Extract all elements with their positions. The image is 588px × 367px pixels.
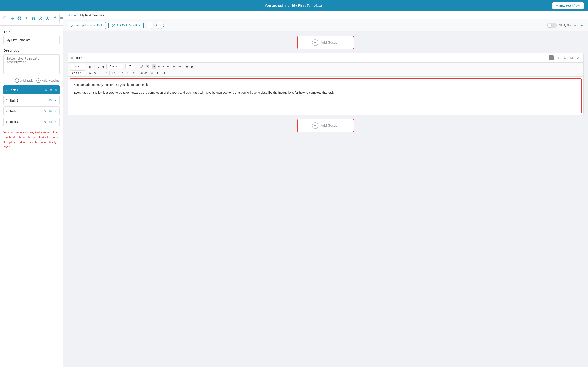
editor-header: ⠿ Text ⇧ ⇩ ⧉ ✕ bbox=[68, 53, 583, 63]
blockquote-button[interactable]: " bbox=[105, 71, 108, 75]
task-1-copy-button[interactable]: ⧉ bbox=[49, 88, 52, 92]
task-item-1[interactable]: ⠿ Task 1 ✎ ⧉ ✕ bbox=[3, 85, 60, 94]
editor-paragraph-2: Every task on the left is a step to be t… bbox=[74, 90, 578, 95]
add-heading-button[interactable]: + Add Heading bbox=[36, 78, 60, 83]
share-icon[interactable] bbox=[52, 17, 56, 20]
editor-duplicate-button[interactable]: ⧉ bbox=[569, 56, 574, 60]
remove-format-button[interactable]: T✕ bbox=[111, 71, 117, 75]
task-3-edit-button[interactable]: ✎ bbox=[44, 109, 47, 113]
task-2-delete-button[interactable]: ✕ bbox=[54, 98, 57, 103]
add-heading-plus-icon: + bbox=[36, 78, 41, 83]
strikethrough-button[interactable]: S bbox=[101, 64, 105, 69]
svg-rect-27 bbox=[164, 72, 166, 74]
set-due-button[interactable]: Set Task Due After bbox=[108, 22, 143, 29]
ordered-list-button[interactable] bbox=[184, 65, 189, 69]
task-4-delete-button[interactable]: ✕ bbox=[54, 119, 57, 124]
task-item-3[interactable]: ⠿ Task 3 ✎ ⧉ ✕ bbox=[3, 106, 60, 116]
menu-icon[interactable] bbox=[60, 14, 63, 23]
editor-color-swatch[interactable] bbox=[549, 56, 554, 60]
breadcrumb-home-link[interactable]: Home bbox=[68, 14, 76, 17]
add-section-bottom-button[interactable]: + Add Section bbox=[297, 119, 354, 132]
redo-button[interactable]: ↪ bbox=[125, 71, 129, 75]
undo-button[interactable]: ↩ bbox=[119, 71, 124, 75]
arrow-right-icon[interactable] bbox=[10, 17, 14, 20]
trash-icon[interactable] bbox=[32, 17, 35, 20]
editor-content-area[interactable]: You can add as many sections as you like… bbox=[70, 78, 582, 113]
insert-photo-button[interactable] bbox=[162, 71, 167, 75]
align-justify-button[interactable]: ≡ bbox=[166, 64, 170, 69]
description-textarea[interactable] bbox=[3, 54, 60, 74]
actions-bar: Assign Users to Task Set Task Due After … bbox=[63, 19, 588, 32]
task-4-actions: ✎ ⧉ ✕ bbox=[44, 119, 57, 124]
style-select[interactable]: Normal ▼ bbox=[70, 64, 85, 69]
unordered-list-button[interactable] bbox=[190, 65, 195, 69]
font-color-button[interactable]: A bbox=[88, 71, 92, 75]
editor-close-button[interactable]: ✕ bbox=[576, 55, 580, 60]
unlink-button[interactable] bbox=[145, 65, 150, 69]
font-select-arrow: ▼ bbox=[115, 65, 117, 67]
header-title: You are editing "My First Template" bbox=[265, 4, 324, 8]
font-size-arrow[interactable]: ▼ bbox=[135, 65, 137, 67]
collapse-icon[interactable]: ▲ bbox=[580, 23, 584, 27]
font-size-input[interactable] bbox=[126, 64, 134, 69]
toolbar-row-2: Styles ▼ A A — " T✕ ↩ ↪ bbox=[70, 70, 581, 75]
outdent-button[interactable]: ⇤ bbox=[172, 64, 177, 69]
rule-button[interactable]: — bbox=[100, 71, 104, 75]
right-content: + Add Section ⠿ Text ⇧ ⇩ ⧉ ✕ bbox=[63, 32, 588, 367]
print-icon[interactable] bbox=[17, 17, 21, 20]
assign-users-button[interactable]: Assign Users to Task bbox=[68, 22, 106, 29]
check-circle-icon[interactable] bbox=[38, 17, 43, 20]
task-list: ⠿ Task 1 ✎ ⧉ ✕ ⠿ Task 2 ✎ ⧉ ✕ bbox=[3, 85, 60, 126]
editor-title: Text bbox=[75, 56, 547, 60]
right-panel: Home / My First Template Assign Users to… bbox=[63, 11, 588, 367]
task-2-edit-button[interactable]: ✎ bbox=[44, 98, 47, 103]
underline-button[interactable]: U bbox=[96, 64, 101, 69]
more-button[interactable]: ▼ bbox=[155, 71, 160, 75]
editor-move-down-button[interactable]: ⇩ bbox=[563, 55, 567, 60]
svg-line-9 bbox=[54, 17, 55, 18]
title-input[interactable] bbox=[3, 36, 60, 44]
nav-prev-button[interactable] bbox=[146, 22, 154, 29]
minify-toggle[interactable] bbox=[547, 23, 557, 28]
tb-sep-7 bbox=[183, 64, 183, 69]
add-task-button[interactable]: + Add Task bbox=[15, 78, 33, 83]
task-1-delete-button[interactable]: ✕ bbox=[54, 88, 58, 92]
emoji-button[interactable]: ☺ bbox=[149, 71, 154, 75]
copy-icon[interactable] bbox=[3, 17, 8, 20]
task-4-copy-button[interactable]: ⧉ bbox=[49, 119, 52, 124]
bg-color-button[interactable]: A bbox=[93, 71, 97, 75]
nav-next-button[interactable] bbox=[156, 22, 164, 29]
add-task-plus-icon: + bbox=[15, 78, 19, 83]
upload-icon[interactable] bbox=[25, 17, 28, 20]
source-button[interactable]: Source bbox=[137, 71, 148, 75]
task-3-delete-button[interactable]: ✕ bbox=[54, 109, 57, 113]
svg-point-7 bbox=[55, 19, 56, 20]
hint-text: You can have as many tasks as you like. … bbox=[3, 130, 60, 150]
align-right-button[interactable]: ≡ bbox=[161, 64, 165, 69]
description-label: Description bbox=[3, 49, 60, 52]
insert-image-button[interactable] bbox=[132, 71, 136, 75]
task-3-copy-button[interactable]: ⧉ bbox=[49, 109, 52, 113]
new-workflow-button[interactable]: + New Workflow bbox=[552, 2, 584, 9]
add-section-top-button[interactable]: + Add Section bbox=[297, 36, 354, 49]
italic-button[interactable]: I bbox=[93, 64, 96, 69]
font-select[interactable]: Font ▼ bbox=[108, 64, 123, 69]
bold-button[interactable]: B bbox=[88, 64, 92, 69]
align-center-button[interactable]: ≡ bbox=[157, 64, 161, 69]
svg-point-24 bbox=[191, 67, 192, 67]
editor-drag-handle-icon: ⠿ bbox=[71, 56, 73, 59]
align-left-button[interactable]: ≡ bbox=[152, 64, 156, 69]
task-1-edit-button[interactable]: ✎ bbox=[44, 88, 47, 92]
svg-rect-0 bbox=[5, 18, 7, 20]
task-item-2[interactable]: ⠿ Task 2 ✎ ⧉ ✕ bbox=[3, 96, 60, 105]
clock-icon[interactable] bbox=[45, 17, 49, 20]
link-button[interactable] bbox=[139, 65, 144, 69]
svg-point-22 bbox=[191, 66, 192, 66]
styles-select[interactable]: Styles ▼ bbox=[70, 70, 85, 75]
add-task-row: + Add Task + Add Heading bbox=[3, 78, 60, 83]
task-4-edit-button[interactable]: ✎ bbox=[44, 119, 47, 124]
task-item-4[interactable]: ⠿ Task 4 ✎ ⧉ ✕ bbox=[3, 117, 60, 126]
task-2-copy-button[interactable]: ⧉ bbox=[49, 98, 52, 103]
editor-move-up-button[interactable]: ⇧ bbox=[556, 55, 561, 60]
indent-button[interactable]: ⇥ bbox=[177, 64, 182, 69]
